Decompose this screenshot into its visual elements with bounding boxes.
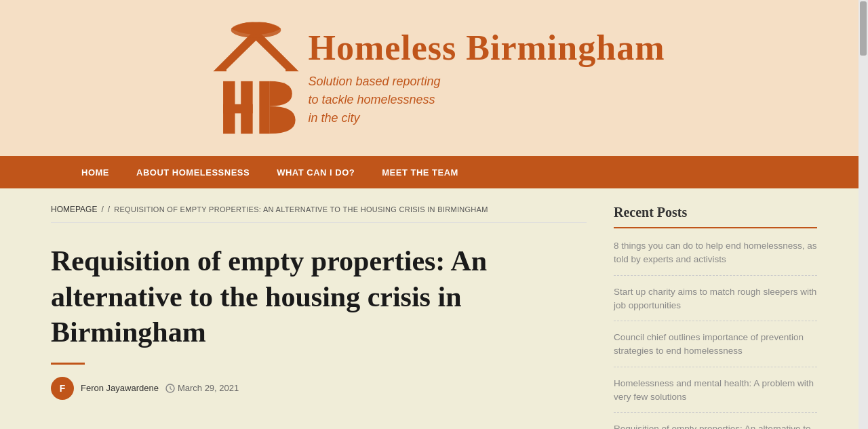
breadcrumb: HOMEPAGE / / REQUISITION OF EMPTY PROPER… <box>51 205 587 223</box>
breadcrumb-sep1: / <box>101 205 103 214</box>
breadcrumb-home-link[interactable]: HOMEPAGE <box>51 205 97 214</box>
recent-post-5: Requisition of empty properties: An alte… <box>614 422 817 429</box>
recent-post-2: Start up charity aims to match rough sle… <box>614 285 817 322</box>
recent-post-3: Council chief outlines importance of pre… <box>614 331 817 367</box>
main-nav: HOME ABOUT HOMELESSNESS WHAT CAN I DO? M… <box>0 156 868 188</box>
author-info: F Feron Jayawardene March 29, 2021 <box>51 377 587 400</box>
nav-meet-the-team[interactable]: MEET THE TEAM <box>368 156 472 188</box>
date-icon-wrap: March 29, 2021 <box>165 383 239 393</box>
recent-post-link-4[interactable]: Homelessness and mental health: A proble… <box>614 377 817 405</box>
site-title: Homeless Birmingham <box>309 28 665 67</box>
scrollbar-thumb[interactable] <box>860 1 867 56</box>
svg-line-7 <box>170 388 172 390</box>
article-date: March 29, 2021 <box>178 383 239 393</box>
nav-about-homelessness[interactable]: ABOUT HOMELESSNESS <box>123 156 263 188</box>
recent-post-link-3[interactable]: Council chief outlines importance of pre… <box>614 331 817 359</box>
author-avatar: F <box>51 377 74 400</box>
page-content: HOMEPAGE / / REQUISITION OF EMPTY PROPER… <box>37 188 831 429</box>
nav-what-can-i-do[interactable]: WHAT CAN I DO? <box>263 156 368 188</box>
clock-icon <box>165 384 175 393</box>
breadcrumb-current-page: REQUISITION OF EMPTY PROPERTIES: AN ALTE… <box>114 205 488 213</box>
sidebar-title-border <box>614 227 817 228</box>
scrollbar[interactable] <box>859 0 868 429</box>
svg-rect-4 <box>259 81 270 134</box>
article-main: HOMEPAGE / / REQUISITION OF EMPTY PROPER… <box>51 205 587 429</box>
recent-post-1: 8 things you can do to help end homeless… <box>614 239 817 276</box>
author-name: Feron Jayawardene <box>81 383 159 393</box>
site-tagline: Solution based reporting to tackle homel… <box>309 73 665 127</box>
nav-home[interactable]: HOME <box>68 156 123 188</box>
recent-post-link-5[interactable]: Requisition of empty properties: An alte… <box>614 422 817 429</box>
recent-post-link-1[interactable]: 8 things you can do to help end homeless… <box>614 239 817 267</box>
title-decorator <box>51 363 85 365</box>
svg-rect-3 <box>241 81 252 134</box>
site-logo <box>203 14 309 142</box>
recent-post-4: Homelessness and mental health: A proble… <box>614 377 817 413</box>
breadcrumb-sep2: / <box>108 205 110 214</box>
article-title: Requisition of empty properties: An alte… <box>51 243 512 350</box>
sidebar-recent-posts-title: Recent Posts <box>614 205 817 220</box>
site-title-block: Homeless Birmingham Solution based repor… <box>309 28 665 127</box>
sidebar: Recent Posts 8 things you can do to help… <box>614 205 817 429</box>
recent-post-link-2[interactable]: Start up charity aims to match rough sle… <box>614 285 817 313</box>
site-header: Homeless Birmingham Solution based repor… <box>0 0 868 156</box>
